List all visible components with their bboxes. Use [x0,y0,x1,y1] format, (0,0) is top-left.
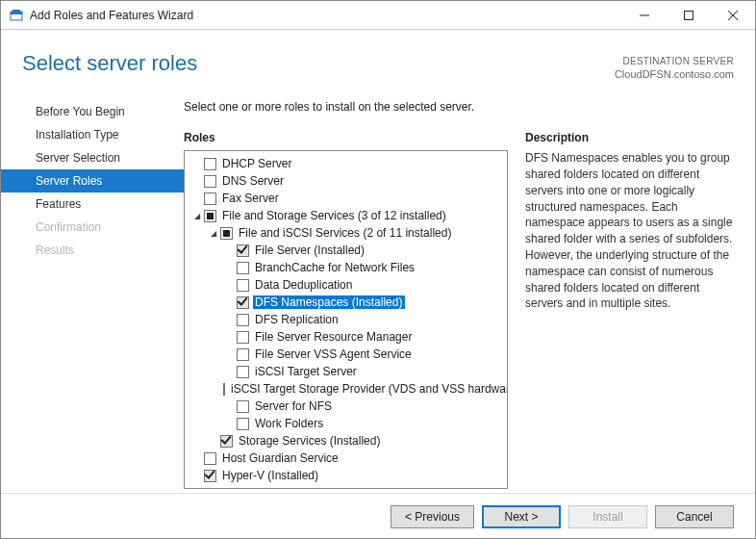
wizard-window: Add Roles and Features Wizard Select ser… [0,0,756,539]
close-button[interactable] [711,1,755,29]
expand-open-icon[interactable]: ◢ [207,229,220,238]
role-item[interactable]: Host Guardian Service [185,449,507,467]
role-checkbox[interactable] [237,400,249,413]
nav-before-you-begin[interactable]: Before You Begin [1,100,184,123]
role-checkbox[interactable] [237,296,249,309]
role-label: BranchCache for Network Files [253,261,417,274]
role-label: DNS Server [220,174,287,188]
minimize-button[interactable] [622,1,667,29]
nav-server-roles[interactable]: Server Roles [1,169,184,192]
role-label: Host Guardian Service [220,451,341,465]
role-item[interactable]: Fax Server [185,190,507,207]
role-checkbox[interactable] [237,314,249,326]
role-checkbox[interactable] [237,366,249,378]
nav-server-selection[interactable]: Server Selection [1,146,184,169]
body: Before You Begin Installation Type Serve… [1,90,755,489]
role-item[interactable]: DNS Server [185,172,507,190]
role-label: File and iSCSI Services (2 of 11 install… [237,226,454,240]
roles-tree[interactable]: DHCP ServerDNS ServerFax Server◢File and… [185,151,507,488]
role-checkbox[interactable] [237,244,249,257]
cancel-button[interactable]: Cancel [655,505,734,528]
role-checkbox[interactable] [237,262,249,274]
role-label: Data Deduplication [253,278,355,292]
content-area: Select server roles DESTINATION SERVER C… [1,30,755,539]
nav-confirmation: Confirmation [1,216,184,239]
role-item[interactable]: File Server VSS Agent Service [185,346,507,363]
role-checkbox[interactable] [204,192,216,205]
install-button: Install [568,505,647,528]
maximize-button[interactable] [667,1,711,29]
role-label: Work Folders [253,417,326,430]
role-checkbox[interactable] [204,210,216,222]
window-buttons [622,1,755,29]
role-item[interactable]: ◢File and iSCSI Services (2 of 11 instal… [185,224,507,242]
destination-server: DESTINATION SERVER CloudDFSN.contoso.com [615,55,734,81]
role-checkbox[interactable] [204,470,216,482]
role-checkbox[interactable] [220,435,233,448]
role-item[interactable]: Work Folders [185,415,507,432]
role-label: Fax Server [220,192,282,205]
role-item[interactable]: DFS Replication [185,311,507,328]
role-item[interactable]: Hyper-V (Installed) [185,467,507,484]
role-checkbox[interactable] [237,279,249,292]
description-text: DFS Namespaces enables you to group shar… [525,150,734,312]
svg-rect-2 [13,10,20,12]
roles-tree-wrap: DHCP ServerDNS ServerFax Server◢File and… [184,150,508,489]
nav-features[interactable]: Features [1,192,184,216]
instruction-text: Select one or more roles to install on t… [184,100,734,114]
next-button[interactable]: Next > [482,505,561,528]
role-checkbox[interactable] [204,158,216,170]
role-label: Storage Services (Installed) [237,434,383,448]
role-label: DHCP Server [220,157,294,170]
description-heading: Description [525,131,734,144]
role-checkbox[interactable] [223,383,225,396]
role-label: Server for NFS [253,399,335,413]
role-label: DFS Namespaces (Installed) [253,295,405,309]
window-title: Add Roles and Features Wizard [30,9,622,22]
previous-button[interactable]: < Previous [391,505,474,528]
role-item[interactable]: BranchCache for Network Files [185,259,507,276]
role-checkbox[interactable] [237,348,249,361]
role-label: DFS Replication [253,313,341,326]
role-checkbox[interactable] [237,331,249,344]
roles-heading: Roles [184,131,508,144]
role-item[interactable]: iSCSI Target Storage Provider (VDS and V… [185,380,507,398]
role-label: iSCSI Target Storage Provider (VDS and V… [229,382,507,396]
role-item[interactable]: Server for NFS [185,398,507,415]
nav-installation-type[interactable]: Installation Type [1,123,184,146]
expand-open-icon[interactable]: ◢ [190,212,204,220]
role-item[interactable]: Storage Services (Installed) [185,432,507,449]
role-item[interactable]: File Server Resource Manager [185,328,507,346]
role-item[interactable]: ◢File and Storage Services (3 of 12 inst… [185,207,507,224]
svg-rect-1 [11,12,22,14]
main-panel: Select one or more roles to install on t… [184,90,734,489]
role-checkbox[interactable] [204,452,216,465]
page-title: Select server roles [22,51,615,76]
role-label: File Server VSS Agent Service [253,347,415,361]
role-item[interactable]: DHCP Server [185,155,507,172]
role-label: File Server Resource Manager [253,330,415,344]
description-panel: Description DFS Namespaces enables you t… [525,131,734,489]
svg-rect-4 [685,11,693,19]
role-checkbox[interactable] [204,175,216,188]
role-item[interactable]: File Server (Installed) [185,242,507,259]
nav-sidebar: Before You Begin Installation Type Serve… [1,90,184,489]
role-item[interactable]: DFS Namespaces (Installed) [185,294,507,311]
panels: Roles DHCP ServerDNS ServerFax Server◢Fi… [184,131,734,489]
role-label: Hyper-V (Installed) [220,469,321,482]
role-checkbox[interactable] [237,418,249,430]
role-item[interactable]: Data Deduplication [185,276,507,294]
role-checkbox[interactable] [220,227,233,240]
role-label: File Server (Installed) [253,244,367,257]
nav-results: Results [1,239,184,262]
role-label: File and Storage Services (3 of 12 insta… [220,209,449,222]
titlebar: Add Roles and Features Wizard [1,1,755,30]
roles-panel: Roles DHCP ServerDNS ServerFax Server◢Fi… [184,131,508,489]
role-label: iSCSI Target Server [253,365,360,378]
footer: < Previous Next > Install Cancel [1,493,755,539]
app-icon [9,8,24,23]
destination-label: DESTINATION SERVER [615,55,734,67]
header-area: Select server roles DESTINATION SERVER C… [1,30,755,90]
destination-value: CloudDFSN.contoso.com [615,67,734,81]
role-item[interactable]: iSCSI Target Server [185,363,507,380]
